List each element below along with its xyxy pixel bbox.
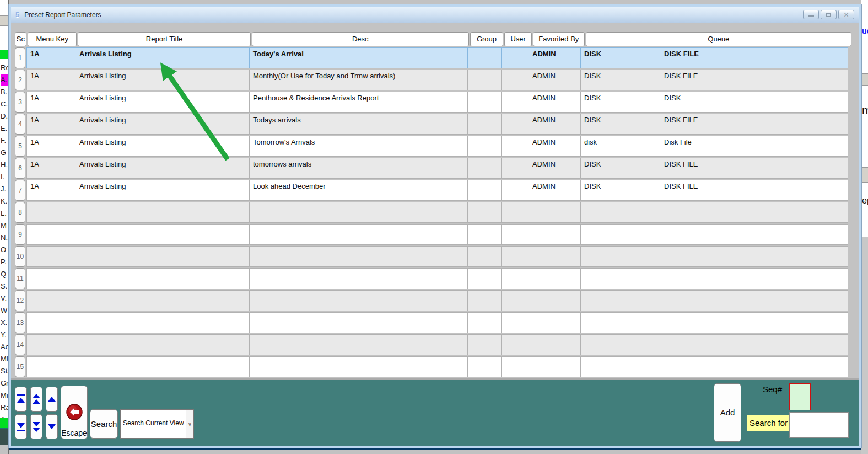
cell-menu-key	[26, 202, 76, 223]
cell-queue: DISKDISK	[581, 92, 848, 113]
cell-desc	[250, 224, 468, 245]
table-row[interactable]: 12	[15, 290, 851, 311]
cell-user	[502, 334, 529, 355]
row-number: 4	[15, 114, 25, 135]
header-user[interactable]: User	[504, 32, 532, 46]
cell-user	[502, 92, 529, 113]
escape-label: Escape	[61, 429, 87, 437]
cell-menu-key	[26, 334, 76, 355]
header-menu-key[interactable]: Menu Key	[28, 32, 77, 46]
scroll-to-top-button[interactable]	[15, 387, 27, 412]
background-window-right-sliver: ue m ep	[861, 0, 868, 454]
header-desc[interactable]: Desc	[252, 32, 469, 46]
table-row[interactable]: 51AArrivals ListingTomorrow's ArrivalsAD…	[15, 136, 851, 157]
table-row[interactable]: 71AArrivals ListingLook ahead DecemberAD…	[15, 180, 851, 201]
cell-user	[502, 312, 529, 333]
chevron-down-icon[interactable]: ∨	[186, 410, 193, 438]
cell-desc: Today's Arrival	[250, 47, 468, 68]
header-queue[interactable]: Queue	[586, 32, 851, 46]
background-green-row-top	[0, 50, 8, 59]
background-list-item: Mi	[1, 390, 8, 401]
cell-desc: Penthouse & Residence Arrivals Report	[250, 92, 468, 113]
queue-name: DISK	[584, 72, 601, 80]
seq-input[interactable]	[789, 383, 811, 410]
cell-group	[468, 202, 502, 223]
page-up-button[interactable]	[30, 387, 42, 412]
search-scope-select[interactable]: Search Current View ∨	[120, 409, 194, 439]
row-up-icon	[48, 397, 56, 402]
row-number: 7	[15, 180, 25, 201]
cell-user	[502, 47, 529, 68]
preset-report-parameters-dialog: 5 Preset Report Parameters ✕ Sc Menu Key…	[9, 4, 861, 448]
header-group[interactable]: Group	[470, 32, 504, 46]
table-row[interactable]: 21AArrivals ListingMonthly(Or Use for To…	[15, 70, 851, 90]
row-down-button[interactable]	[46, 414, 58, 439]
cell-group	[468, 356, 502, 377]
cell-menu-key: 1A	[26, 92, 76, 113]
queue-desc: Disk File	[664, 138, 692, 146]
minimize-button[interactable]	[803, 10, 819, 19]
cell-desc	[250, 202, 468, 223]
row-up-button[interactable]	[46, 387, 58, 412]
cell-desc	[250, 290, 468, 311]
background-list-item: Re	[1, 62, 8, 73]
search-for-input[interactable]	[789, 412, 849, 438]
table-row[interactable]: 11AArrivals ListingToday's ArrivalADMIND…	[15, 47, 851, 68]
background-button-fragment	[0, 15, 8, 26]
search-button[interactable]: Search	[90, 409, 118, 439]
background-list-item: H.	[1, 159, 8, 170]
table-row[interactable]: 10	[15, 246, 851, 267]
table-row[interactable]: 8	[15, 202, 851, 223]
row-number: 6	[15, 158, 25, 179]
cell-group	[468, 334, 502, 355]
search-label-key: S	[91, 419, 96, 429]
cell-group	[468, 180, 502, 201]
header-report-title[interactable]: Report Title	[78, 32, 250, 46]
cell-favorited-by: ADMIN	[529, 136, 581, 157]
table-row[interactable]: 13	[15, 312, 851, 333]
seq-label: Seq#	[763, 384, 782, 394]
escape-button[interactable]: Escape	[61, 386, 88, 439]
maximize-button[interactable]	[821, 10, 837, 19]
row-number: 1	[15, 47, 25, 68]
queue-desc: DISK FILE	[664, 72, 698, 80]
close-button[interactable]: ✕	[838, 10, 854, 19]
cell-favorited-by: ADMIN	[529, 180, 581, 201]
header-favorited-by[interactable]: Favorited By	[533, 32, 585, 46]
scroll-to-bottom-button[interactable]	[15, 414, 27, 439]
table-row[interactable]: 15	[15, 356, 851, 377]
table-row[interactable]: 41AArrivals ListingTodays arrivalsADMIND…	[15, 114, 851, 135]
cell-user	[502, 224, 529, 245]
cell-favorited-by: ADMIN	[529, 47, 581, 68]
header-seq[interactable]: Sc	[15, 32, 26, 46]
cell-desc	[250, 356, 468, 377]
page-down-button[interactable]	[30, 414, 42, 439]
add-button[interactable]: Add	[714, 383, 741, 442]
cell-user	[502, 114, 529, 135]
background-list-item: Y.	[1, 329, 8, 340]
table-row[interactable]: 61AArrivals Listingtomorrows arrivalsADM…	[15, 158, 851, 179]
table-row[interactable]: 14	[15, 334, 851, 355]
table-row[interactable]: 11	[15, 268, 851, 289]
background-list-item: Ac	[1, 341, 8, 352]
queue-desc: DISK FILE	[664, 50, 699, 58]
search-label: earch	[96, 419, 117, 429]
add-label: dd	[726, 408, 735, 417]
row-number: 14	[15, 334, 25, 355]
cell-queue	[581, 356, 848, 377]
cell-menu-key	[26, 246, 76, 267]
titlebar[interactable]: 5 Preset Report Parameters ✕	[11, 7, 859, 23]
cell-group	[468, 158, 502, 179]
cell-favorited-by	[529, 246, 581, 267]
cell-report-title	[76, 246, 250, 267]
cell-report-title	[76, 224, 250, 245]
cell-menu-key: 1A	[26, 114, 76, 135]
table-row[interactable]: 9	[15, 224, 851, 245]
background-list-item: B.	[1, 87, 8, 98]
cell-group	[468, 92, 502, 113]
table-row[interactable]: 31AArrivals ListingPenthouse & Residence…	[15, 92, 851, 113]
row-number: 5	[15, 136, 25, 157]
background-list-item: L.	[1, 208, 8, 219]
window-badge: 5	[15, 10, 19, 19]
cell-user	[502, 180, 529, 201]
